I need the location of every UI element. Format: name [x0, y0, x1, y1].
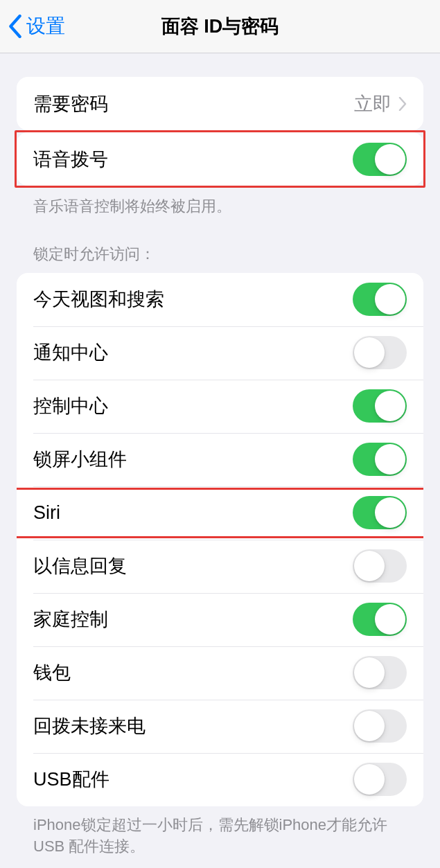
back-label: 设置: [26, 13, 65, 39]
notification-center-label: 通知中心: [33, 340, 108, 365]
home-control-row: 家庭控制: [17, 593, 423, 646]
control-center-toggle[interactable]: [353, 389, 407, 423]
control-center-label: 控制中心: [33, 393, 108, 418]
page-title: 面容 ID与密码: [161, 14, 279, 39]
today-view-toggle[interactable]: [353, 283, 407, 316]
require-passcode-value: 立即: [354, 91, 391, 116]
back-button[interactable]: 设置: [0, 13, 65, 39]
lock-access-group: 今天视图和搜索 通知中心 控制中心 锁屏小组件 Siri 以信息回复 家庭控制: [17, 273, 423, 806]
notification-center-toggle[interactable]: [353, 336, 407, 369]
siri-row: Siri: [17, 486, 423, 540]
return-call-row: 回拨未接来电: [17, 700, 423, 753]
voice-dial-label: 语音拨号: [33, 147, 108, 172]
return-call-label: 回拨未接来电: [33, 714, 146, 738]
lock-access-footer: iPhone锁定超过一小时后，需先解锁iPhone才能允许USB 配件连接。: [17, 806, 423, 858]
require-passcode-row[interactable]: 需要密码 立即: [17, 77, 423, 130]
voice-dial-highlight: 语音拨号: [15, 130, 425, 188]
today-view-label: 今天视图和搜索: [33, 287, 164, 312]
notification-center-row: 通知中心: [17, 326, 423, 380]
usb-accessories-label: USB配件: [33, 767, 109, 792]
home-control-toggle[interactable]: [353, 603, 407, 636]
chevron-right-icon: [398, 97, 407, 111]
lock-access-header: 锁定时允许访问：: [17, 244, 423, 273]
chevron-left-icon: [8, 15, 22, 38]
control-center-row: 控制中心: [17, 380, 423, 433]
navigation-bar: 设置 面容 ID与密码: [0, 0, 440, 53]
lockscreen-widgets-row: 锁屏小组件: [17, 433, 423, 486]
home-control-label: 家庭控制: [33, 607, 108, 632]
reply-message-row: 以信息回复: [17, 540, 423, 593]
wallet-row: 钱包: [17, 646, 423, 700]
wallet-toggle[interactable]: [353, 656, 407, 689]
return-call-toggle[interactable]: [353, 709, 407, 743]
reply-message-label: 以信息回复: [33, 553, 127, 578]
siri-toggle[interactable]: [353, 496, 407, 529]
voice-dial-row: 语音拨号: [17, 132, 423, 186]
usb-accessories-toggle[interactable]: [353, 763, 407, 796]
voice-dial-toggle[interactable]: [353, 143, 407, 176]
passcode-group: 需要密码 立即: [17, 77, 423, 130]
require-passcode-label: 需要密码: [33, 91, 108, 116]
usb-accessories-row: USB配件: [17, 753, 423, 806]
reply-message-toggle[interactable]: [353, 549, 407, 583]
lockscreen-widgets-toggle[interactable]: [353, 443, 407, 476]
voice-dial-footer: 音乐语音控制将始终被启用。: [17, 188, 423, 218]
lockscreen-widgets-label: 锁屏小组件: [33, 447, 127, 472]
siri-label: Siri: [33, 502, 60, 524]
wallet-label: 钱包: [33, 660, 71, 685]
today-view-row: 今天视图和搜索: [17, 273, 423, 326]
